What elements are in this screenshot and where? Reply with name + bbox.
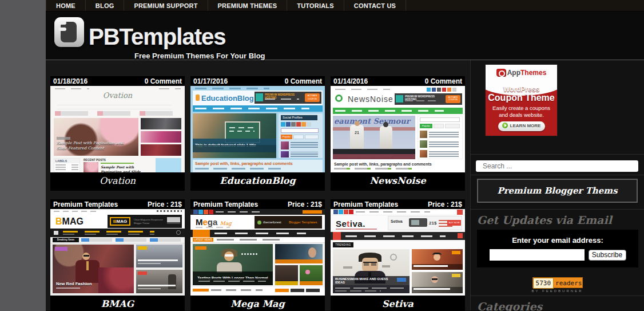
- preview-hero-image: This is default featured slide 1 title: [193, 113, 276, 158]
- preview-recent-title: RECENT POSTS: [84, 158, 106, 162]
- card-meta-bar: 01/18/2016 0 Comment: [50, 76, 185, 86]
- theme-title[interactable]: Ovation: [50, 172, 185, 191]
- site-title[interactable]: PBTemplates: [89, 24, 225, 50]
- deco-bar: [291, 152, 318, 157]
- preview-logo-b: B: [55, 216, 62, 226]
- feedburner-chicklet[interactable]: 5730readers: [532, 277, 583, 288]
- preview-ad-banner: PREMIUM WORDPRESS HOSTING ACTIVATE COUPO…: [395, 93, 462, 105]
- sidebar: AppThemes WordPress Coupon Theme Easily …: [470, 60, 644, 310]
- preview-thumb: [141, 118, 181, 129]
- preview-slide-caption: BUSINESSMAN MAKE AND GUESS IDEAS: [333, 276, 410, 285]
- deco-caption: [275, 281, 298, 285]
- theme-preview-bmag[interactable]: BMAG BMAG Clean Magazine Responsive Blog…: [50, 209, 185, 296]
- preview-recent-thumb: [84, 162, 98, 172]
- preview-ad-banner: PREMIUM WORDPRESS HOSTING ACTIVATE COUPO…: [255, 92, 321, 104]
- nav-item-contact-us[interactable]: CONTACT US: [344, 0, 406, 11]
- home-chip: [333, 232, 341, 240]
- preview-topbar: [50, 209, 185, 214]
- preview-search: [420, 117, 460, 122]
- card-price[interactable]: Price : 21$: [288, 200, 322, 208]
- preview-post-thumb: [281, 141, 289, 149]
- theme-title[interactable]: BMAG: [50, 296, 185, 311]
- deco-bar: [196, 227, 230, 228]
- theme-title[interactable]: Setiva: [331, 296, 465, 311]
- preview-tab: [293, 135, 304, 139]
- preview-ad-banner: BMAG Clean Magazine Responsive Blogger T…: [108, 215, 182, 228]
- preview-headline: BUSINESSMAN MAKE AND GUESS IDEAS: [333, 276, 392, 284]
- logo-part: iva.: [350, 219, 365, 229]
- deco-chip: [306, 289, 320, 292]
- theme-preview-newsnoise[interactable]: NewsNoise PREMIUM WORDPRESS HOSTING ACTI…: [331, 86, 465, 172]
- preview-navbar: [333, 108, 463, 114]
- search-input[interactable]: [476, 160, 638, 172]
- deco-chip: [291, 289, 304, 292]
- preview-ticker: LATEST NEWS: [190, 237, 325, 243]
- readers-count: 5730: [533, 278, 554, 289]
- logo-part: Se: [336, 219, 347, 229]
- preview-post-section: Sample post with, links, paragraphs and …: [193, 160, 323, 172]
- nav-item-premium-themes[interactable]: PREMIUM THEMES: [208, 0, 287, 11]
- preview-navbar: [193, 105, 323, 112]
- theme-title[interactable]: EducationBlog: [190, 172, 325, 191]
- deco-bar: [265, 99, 299, 100]
- theme-title[interactable]: NewsNoise: [331, 172, 465, 191]
- appthemes-logo: AppThemes: [486, 69, 557, 77]
- theme-preview-ovation[interactable]: Ovation Sample Post with Pagination and …: [50, 86, 185, 172]
- deco-chip: [275, 289, 289, 292]
- blogger-icon[interactable]: [54, 17, 84, 47]
- deco-bar: [405, 100, 439, 101]
- learn-more-button[interactable]: LEARN MORE: [498, 121, 545, 131]
- preview-logo: BMAG: [55, 216, 84, 227]
- preview-thumb: [136, 270, 182, 293]
- preview-hero-image: Sample Post with Pagination and Slide Fe…: [54, 118, 138, 156]
- preview-hero-image: New Red Fashion: [53, 245, 134, 293]
- deco-bar: [217, 239, 285, 241]
- nav-item-blog[interactable]: BLOG: [85, 0, 124, 11]
- nav-item-home[interactable]: HOME: [46, 0, 85, 11]
- nav-item-tutorials[interactable]: TUTORIALS: [287, 0, 344, 11]
- ad-desc: Easily create a coupons and deals websit…: [486, 105, 557, 119]
- deco-bar: [54, 211, 100, 212]
- deco-bar: [414, 288, 450, 290]
- preview-sidebar: Social Profiles Popular: [279, 113, 323, 158]
- preview-labels-panel: LABELS: [54, 158, 80, 172]
- card-comment-count[interactable]: 0 Comment: [285, 77, 322, 85]
- theme-title[interactable]: Mega Mag: [190, 296, 325, 311]
- preview-post-thumb: [281, 151, 289, 158]
- deco-tag: [55, 247, 67, 251]
- sidebar-ad-section: AppThemes WordPress Coupon Theme Easily …: [471, 65, 644, 155]
- ad-body: WordPress Coupon Theme Easily create a c…: [486, 85, 557, 131]
- appthemes-ad[interactable]: AppThemes WordPress Coupon Theme Easily …: [486, 65, 557, 136]
- theme-preview-setiva[interactable]: Setiva. Setiva 21$ BUY NOW: [331, 209, 465, 296]
- email-subscribe-box: Enter your email address: Subscribe: [477, 230, 638, 267]
- subscribe-button[interactable]: Subscribe: [589, 250, 626, 261]
- card-comment-count[interactable]: 0 Comment: [425, 77, 462, 85]
- appthemes-icon: [496, 69, 506, 76]
- preview-ad-button: ACTIVATE COUPON: [446, 95, 460, 103]
- theme-preview-megamag[interactable]: Mega Mag themeforest Blogger Templates: [190, 209, 325, 296]
- preview-navbar: [50, 229, 185, 237]
- card-comment-count[interactable]: 0 Comment: [145, 77, 182, 85]
- preview-thumb: [412, 249, 463, 270]
- email-label: Enter your email address:: [477, 230, 638, 245]
- theme-preview-educationblog[interactable]: EducationBlog PREMIUM WORDPRESS HOSTING …: [190, 86, 325, 172]
- card-price[interactable]: Price : 21$: [148, 200, 182, 208]
- nav-item-premium-support[interactable]: PREMIUM SUPPORT: [124, 0, 207, 11]
- logo-part: Mag: [220, 221, 232, 226]
- premium-blogger-themes-box[interactable]: Premium Blogger Thems: [477, 179, 638, 203]
- theme-card-newsnoise: 01/14/2016 0 Comment NewsNoise PREMIUM W…: [331, 76, 465, 191]
- deco-tie: [86, 261, 89, 270]
- deco-bar: [356, 211, 430, 212]
- email-input[interactable]: [490, 249, 585, 261]
- deco-bar: [63, 234, 154, 235]
- deco-tag: [138, 271, 147, 275]
- preview-post-thumb: [420, 150, 427, 158]
- deco-bar: [195, 168, 281, 170]
- deco-bar: [138, 285, 176, 286]
- deco-tag: [195, 246, 206, 250]
- search-icon: [176, 230, 181, 235]
- card-price[interactable]: Price : 21$: [428, 200, 462, 208]
- preview-headline: New Red Fashion: [56, 281, 92, 286]
- card-meta-bar: Premium Templates Price : 21$: [190, 199, 325, 209]
- deco-subcaption: [333, 285, 410, 293]
